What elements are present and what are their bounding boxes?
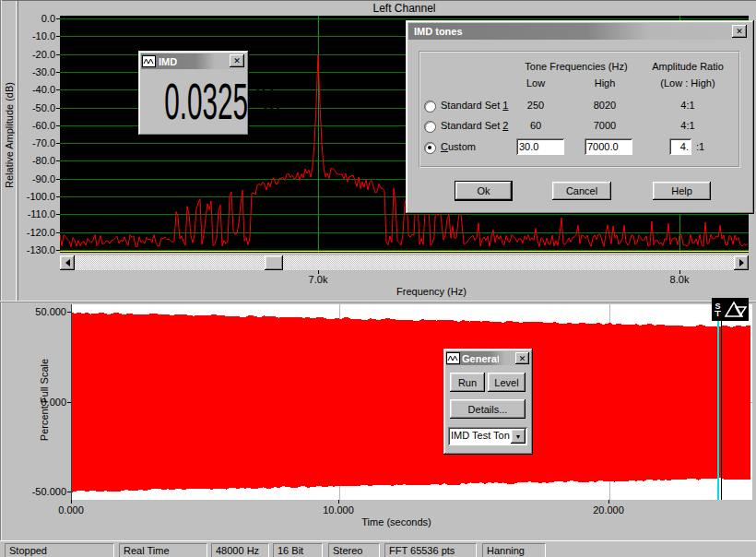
radio-custom-label[interactable]: Custom: [441, 141, 476, 152]
spectrum-y-tick-label: -120.0: [17, 227, 55, 238]
preset-1-low-value: 250: [502, 100, 569, 111]
preset-2-high-value: 7000: [572, 120, 638, 131]
status-cell-stereo: Stereo: [328, 543, 380, 557]
imd-value: 0.0325 %: [164, 75, 223, 130]
imd-window: IMD ✕ 0.0325 %: [138, 51, 249, 136]
scroll-right-arrow-icon: [739, 259, 744, 267]
time-x-tick-label: 20.000: [581, 504, 636, 516]
scroll-left-arrow-icon: [65, 259, 70, 267]
preset-2-ratio-value: 4:1: [653, 120, 723, 131]
spectrum-title: Left Channel: [60, 2, 749, 15]
imd-window-titlebar[interactable]: IMD ✕: [141, 53, 246, 69]
radio-standard-set-2-label[interactable]: Standard Set 2: [441, 120, 508, 131]
spectrum-x-axis-label: Frequency (Hz): [381, 286, 482, 297]
custom-low-field[interactable]: [516, 138, 564, 155]
col-header-high: High: [568, 77, 642, 89]
imd-tones-dialog: IMD tones ✕ Tone Frequencies (Hz) Low Hi…: [406, 20, 754, 214]
scrollbar-thumb[interactable]: [265, 255, 283, 270]
preset-1-ratio-value: 4:1: [653, 100, 723, 111]
time-y-tick-label: 50.000: [24, 306, 66, 317]
generator-close-icon[interactable]: ✕: [515, 352, 529, 364]
spectrum-y-tick-label: -20.0: [17, 49, 55, 60]
spectrum-x-tick-label: 8.0k: [656, 274, 703, 285]
time-series-panel: Percent Full Scale 50.0000.000-50.000 S …: [0, 301, 756, 541]
radio-standard-set-1[interactable]: [424, 101, 436, 113]
status-cell-48000-hz: 48000 Hz: [211, 543, 269, 557]
generator-title: Generator: [462, 353, 499, 364]
custom-ratio-field[interactable]: [669, 138, 691, 155]
col-header-tone-frequencies: Tone Frequencies (Hz): [493, 61, 659, 72]
scroll-right-button[interactable]: [734, 255, 749, 270]
spectrum-y-tick-label: -130.0: [17, 244, 55, 255]
spectrum-y-tick-label: -80.0: [17, 155, 55, 166]
signal-type-value: IMD Test Tones: [451, 430, 510, 441]
radio-standard-set-1-label[interactable]: Standard Set 1: [441, 100, 508, 111]
status-cell-16-bit: 16 Bit: [273, 543, 323, 557]
custom-ratio-input[interactable]: [669, 138, 691, 155]
spectrum-y-tick-label: -10.0: [17, 30, 55, 41]
col-header-amplitude-ratio: Amplitude Ratio: [642, 61, 734, 72]
spectrum-hscrollbar[interactable]: [60, 255, 749, 270]
status-bar: StoppedReal Time48000 Hz16 BitStereoFFT …: [0, 540, 756, 557]
spectrum-y-tick-label: -90.0: [17, 173, 55, 184]
radio-custom[interactable]: [424, 142, 436, 154]
time-x-tick-label: 0.000: [43, 504, 99, 516]
signal-type-dropdown[interactable]: IMD Test Tones ▼: [448, 427, 527, 445]
status-cell-hanning: Hanning: [482, 543, 546, 557]
time-marker-icon[interactable]: S T: [712, 298, 749, 321]
time-x-tick-mark: [71, 500, 72, 504]
time-y-tick-label: 0.000: [24, 397, 66, 408]
time-plot-area[interactable]: [71, 304, 752, 500]
waveform-icon: [143, 56, 155, 66]
imd-close-icon[interactable]: ✕: [230, 54, 244, 67]
waveform-icon: [447, 353, 459, 363]
spectrum-y-tick-label: -40.0: [17, 84, 55, 95]
custom-high-input[interactable]: [585, 138, 632, 155]
ok-button[interactable]: Ok: [455, 182, 512, 200]
preset-1-high-value: 8020: [572, 100, 638, 111]
imd-dialog-title: IMD tones: [414, 26, 463, 37]
scroll-left-button[interactable]: [60, 255, 75, 270]
spectrum-y-axis-label: Relative Amplitude (dB): [4, 73, 16, 198]
spectrum-y-tick-label: -60.0: [17, 120, 55, 131]
spectrum-y-tick-label: 0.0: [17, 13, 55, 24]
spectrum-y-tick-label: -100.0: [17, 191, 55, 202]
time-x-tick-mark: [608, 500, 609, 504]
cancel-button[interactable]: Cancel: [552, 182, 611, 200]
run-button[interactable]: Run: [450, 373, 485, 392]
help-button[interactable]: Help: [653, 182, 711, 200]
marker-wave-glyph: [724, 300, 748, 320]
app-window: Left Channel Relative Amplitude (dB) 0.0…: [0, 0, 756, 557]
col-header-low: Low: [499, 77, 573, 89]
custom-high-field[interactable]: [585, 138, 632, 155]
custom-ratio-suffix: :1: [696, 141, 704, 152]
preset-2-low-value: 60: [502, 120, 569, 131]
generator-titlebar[interactable]: Generator ✕: [446, 351, 530, 365]
col-header-low-high: (Low : High): [642, 77, 734, 89]
marker-st-glyph: S T: [712, 302, 724, 317]
custom-low-input[interactable]: [516, 138, 564, 155]
generator-window: Generator ✕ Run Level Details... IMD Tes…: [443, 349, 533, 455]
level-button[interactable]: Level: [488, 373, 526, 392]
spectrum-y-tick-label: -50.0: [17, 102, 55, 113]
time-x-axis-label: Time (seconds): [341, 516, 452, 527]
imd-window-title: IMD: [159, 56, 177, 67]
status-cell-fft-65536-pts: FFT 65536 pts: [384, 543, 477, 557]
spectrum-panel-border-dark: [18, 1, 18, 301]
dialog-close-icon[interactable]: ✕: [732, 25, 747, 38]
time-y-tick-label: -50.000: [24, 486, 66, 497]
radio-standard-set-2[interactable]: [424, 121, 436, 133]
status-cell-stopped: Stopped: [5, 543, 114, 557]
spectrum-y-tick-label: -110.0: [17, 208, 55, 219]
time-x-tick-label: 10.000: [311, 504, 366, 516]
status-cell-real-time: Real Time: [119, 543, 207, 557]
spectrum-panel-border-light: [16, 1, 17, 301]
time-x-tick-mark: [338, 500, 339, 504]
dropdown-arrow-icon[interactable]: ▼: [511, 429, 526, 444]
imd-dialog-titlebar[interactable]: IMD tones: [408, 23, 751, 40]
spectrum-y-tick-label: -70.0: [17, 137, 55, 148]
spectrum-y-tick-label: -30.0: [17, 66, 55, 77]
details-button[interactable]: Details...: [450, 399, 526, 419]
spectrum-x-tick-label: 7.0k: [295, 274, 341, 285]
